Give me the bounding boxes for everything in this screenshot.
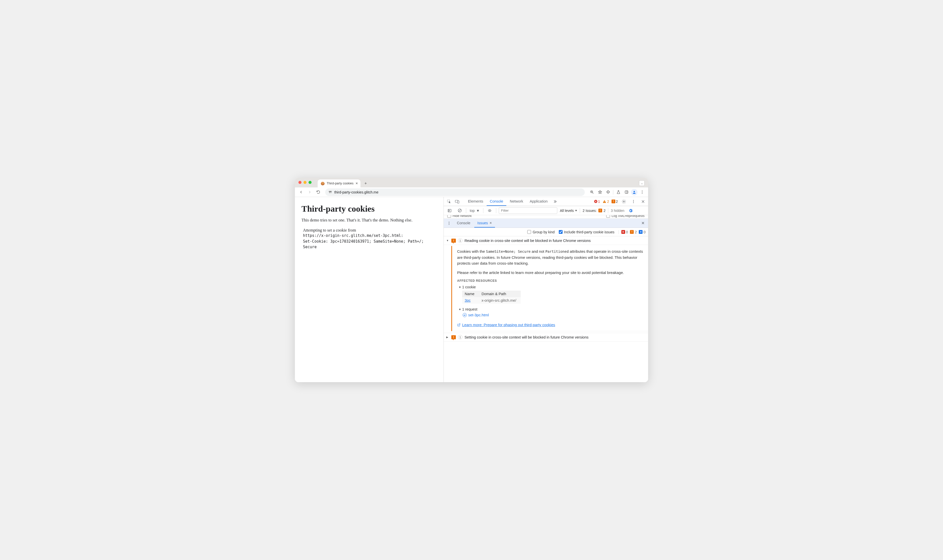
improvement-icon: ! [630, 230, 634, 234]
header-issues-count[interactable]: ! 2 [612, 200, 618, 203]
side-panel-icon[interactable] [623, 189, 630, 196]
console-settings-icon[interactable] [627, 207, 634, 214]
svg-point-13 [642, 193, 643, 194]
issue-severity-icon: ! [451, 238, 456, 243]
log-levels-selector[interactable]: All levels ▼ [560, 209, 577, 213]
svg-point-21 [633, 200, 634, 201]
chevron-down-icon: ▼ [458, 286, 461, 289]
cookie-name-link[interactable]: 3pc [465, 298, 471, 302]
drawer-tab-console[interactable]: Console [454, 219, 473, 228]
minimize-window-button[interactable] [303, 181, 306, 184]
browser-window: 🍪 Third-party cookies ✕ + ⌄ third-party-… [295, 178, 648, 382]
toggle-drawer-icon[interactable] [446, 207, 453, 214]
browser-toolbar: third-party-cookies.glitch.me [295, 188, 648, 197]
issue-row[interactable]: ▶ ! 1 Setting cookie in cross-site conte… [444, 333, 648, 342]
issue-icon: ! [598, 209, 602, 212]
hidden-count[interactable]: 3 hidden [611, 209, 625, 213]
devtools-more-icon[interactable] [630, 198, 637, 205]
reload-button[interactable] [315, 189, 322, 196]
drawer-close-icon[interactable]: ✕ [639, 221, 646, 226]
page-title: Third-party cookies [302, 204, 437, 214]
hide-network-checkbox[interactable]: Hide network [447, 215, 472, 218]
set-cookie-header: Set-Cookie: 3pc=1703240163971; SameSite=… [303, 238, 437, 250]
attempt-url: https://x-origin-src.glitch.me/set-3pc.h… [303, 233, 437, 238]
devtools-tabbar: Elements Console Network Application 1 2 [444, 197, 648, 206]
filter-input[interactable] [499, 207, 557, 214]
chevron-down-icon: ▼ [458, 308, 461, 311]
page-intro: This demo tries to set one. That's it. T… [302, 218, 437, 223]
include-third-party-checkbox[interactable]: Include third-party cookie issues [559, 230, 615, 234]
maximize-window-button[interactable] [309, 181, 312, 184]
issues-count-link[interactable]: 2 Issues: ! 2 [583, 209, 605, 213]
issues-toolbar: Group by kind Include third-party cookie… [444, 228, 648, 236]
requests-toggle[interactable]: ▼ 1 request [458, 307, 645, 311]
extensions-icon[interactable] [605, 189, 612, 196]
svg-point-11 [642, 191, 643, 191]
profile-avatar[interactable] [631, 189, 637, 195]
svg-point-30 [449, 223, 449, 223]
svg-line-5 [592, 193, 593, 194]
tab-network[interactable]: Network [507, 197, 526, 206]
favicon-icon: 🍪 [321, 182, 325, 185]
devtools-panel: Elements Console Network Application 1 2 [444, 197, 648, 382]
titlebar: 🍪 Third-party cookies ✕ + ⌄ [295, 178, 648, 188]
device-toolbar-icon[interactable] [453, 198, 461, 205]
devtools-close-icon[interactable] [640, 198, 646, 205]
issue-kind-counts: ✕0 !2 ✦0 [618, 230, 646, 234]
clear-console-icon[interactable] [456, 207, 463, 214]
site-settings-icon[interactable] [328, 190, 332, 194]
back-button[interactable] [297, 189, 305, 196]
main-split: Third-party cookies This demo tries to s… [295, 197, 648, 382]
error-icon [594, 200, 598, 203]
zoom-icon[interactable] [588, 189, 595, 196]
request-icon: ⇄ [463, 313, 467, 317]
context-selector[interactable]: top ▼ [469, 209, 481, 213]
browser-menu-icon[interactable] [638, 189, 646, 196]
expand-toggle-icon[interactable]: ▶ [446, 336, 449, 338]
tabs-overflow-icon[interactable] [551, 198, 559, 205]
info-count[interactable]: ✦0 [639, 230, 646, 234]
warning-count[interactable]: 2 [602, 200, 609, 203]
devtools-settings-icon[interactable] [620, 198, 628, 205]
issue-icon: ! [612, 200, 615, 203]
issue-severity-icon: ! [451, 335, 456, 339]
improvement-count[interactable]: !2 [630, 230, 637, 234]
drawer-tab-issues[interactable]: Issues ✕ [474, 219, 495, 228]
error-count[interactable]: 1 [594, 200, 600, 203]
th-name: Name [462, 291, 479, 297]
url-text: third-party-cookies.glitch.me [334, 190, 378, 194]
svg-point-29 [449, 222, 449, 223]
tab-close-icon[interactable]: ✕ [355, 182, 358, 185]
drawer-more-icon[interactable] [445, 220, 453, 227]
cookies-toggle[interactable]: ▼ 1 cookie [458, 285, 645, 289]
close-tab-icon[interactable]: ✕ [489, 221, 492, 225]
bookmark-icon[interactable] [596, 189, 603, 196]
tab-elements[interactable]: Elements [465, 197, 486, 206]
group-by-kind-checkbox[interactable]: Group by kind [527, 230, 554, 234]
forward-button[interactable] [306, 189, 313, 196]
issue-row[interactable]: ▼ ! 1 Reading cookie in cross-site conte… [444, 236, 648, 245]
learn-more-link[interactable]: Learn more: Prepare for phasing out thir… [457, 323, 645, 327]
info-icon: ✦ [639, 230, 643, 234]
inspect-element-icon[interactable] [445, 198, 453, 205]
svg-point-23 [633, 202, 634, 203]
browser-tab[interactable]: 🍪 Third-party cookies ✕ [318, 179, 360, 188]
svg-rect-1 [331, 191, 331, 192]
log-xhr-checkbox[interactable]: Log XMLHttpRequests [606, 215, 645, 218]
new-tab-button[interactable]: + [362, 180, 369, 187]
svg-rect-8 [625, 191, 628, 194]
labs-icon[interactable] [615, 189, 622, 196]
live-expression-icon[interactable] [486, 207, 494, 214]
expand-toggle-icon[interactable]: ▼ [446, 239, 449, 242]
tab-console[interactable]: Console [487, 197, 506, 206]
address-bar[interactable]: third-party-cookies.glitch.me [325, 188, 585, 196]
breaking-count[interactable]: ✕0 [621, 230, 628, 234]
tab-application[interactable]: Application [527, 197, 551, 206]
issue-count-pill: 1 [458, 238, 462, 243]
svg-line-27 [458, 209, 461, 212]
request-link[interactable]: ⇄ set-3pc.html [463, 313, 645, 317]
svg-rect-0 [329, 191, 330, 192]
attempt-label: Attempting to set a cookie from [303, 228, 437, 233]
close-window-button[interactable] [298, 181, 302, 184]
tab-overflow-button[interactable]: ⌄ [639, 180, 645, 186]
